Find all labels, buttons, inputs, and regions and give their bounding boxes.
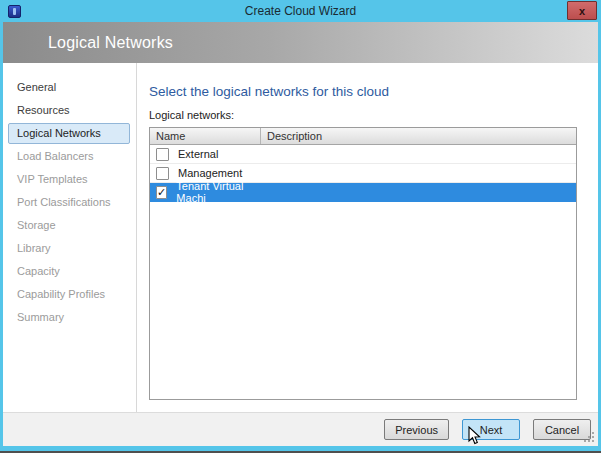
- sidebar-item-general[interactable]: General: [8, 77, 130, 98]
- window-title: Create Cloud Wizard: [0, 0, 601, 22]
- column-header-name[interactable]: Name: [150, 128, 261, 144]
- name-cell: External: [150, 148, 261, 161]
- row-label: External: [178, 148, 218, 160]
- table-row-tenant-virtual-machines[interactable]: ✓ Tenant Virtual Machi: [150, 183, 576, 202]
- column-header-description[interactable]: Description: [261, 128, 576, 144]
- sidebar-item-logical-networks[interactable]: Logical Networks: [8, 123, 130, 144]
- checkbox-unchecked[interactable]: [156, 148, 169, 161]
- sidebar-item-load-balancers: Load Balancers: [8, 146, 130, 167]
- wizard-steps-sidebar: General Resources Logical Networks Load …: [3, 63, 137, 412]
- page-heading: Select the logical networks for this clo…: [149, 83, 578, 101]
- wizard-footer: Previous Next Cancel: [3, 412, 598, 446]
- sidebar-item-summary: Summary: [8, 307, 130, 328]
- sidebar-item-port-classifications: Port Classifications: [8, 192, 130, 213]
- sidebar-item-resources[interactable]: Resources: [8, 100, 130, 121]
- checkbox-unchecked[interactable]: [156, 167, 169, 180]
- row-label: Management: [178, 167, 242, 179]
- logical-networks-table: Name Description External Management: [149, 127, 577, 400]
- checkbox-checked: ✓: [156, 186, 167, 199]
- name-cell: Management: [150, 167, 261, 180]
- logical-networks-label: Logical networks:: [149, 108, 578, 122]
- sidebar-item-storage: Storage: [8, 215, 130, 236]
- title-bar[interactable]: Create Cloud Wizard x: [0, 0, 601, 22]
- sidebar-item-vip-templates: VIP Templates: [8, 169, 130, 190]
- next-button[interactable]: Next: [462, 419, 520, 440]
- main-pane: Select the logical networks for this clo…: [137, 63, 598, 412]
- close-icon: x: [579, 5, 585, 17]
- page-title: Logical Networks: [3, 34, 173, 52]
- wizard-body: General Resources Logical Networks Load …: [3, 63, 598, 412]
- resize-grip[interactable]: [583, 431, 594, 442]
- sidebar-item-capability-profiles: Capability Profiles: [8, 284, 130, 305]
- table-row-external[interactable]: External: [150, 145, 576, 164]
- sidebar-item-capacity: Capacity: [8, 261, 130, 282]
- sidebar-item-library: Library: [8, 238, 130, 259]
- check-icon: ✓: [157, 187, 166, 198]
- name-cell: ✓ Tenant Virtual Machi: [150, 180, 261, 204]
- previous-button[interactable]: Previous: [384, 419, 449, 440]
- row-label: Tenant Virtual Machi: [176, 180, 261, 204]
- close-button[interactable]: x: [567, 1, 597, 20]
- wizard-header-banner: Logical Networks: [3, 22, 598, 63]
- create-cloud-wizard-window: Create Cloud Wizard x Logical Networks G…: [0, 0, 601, 453]
- table-header-row: Name Description: [150, 128, 576, 145]
